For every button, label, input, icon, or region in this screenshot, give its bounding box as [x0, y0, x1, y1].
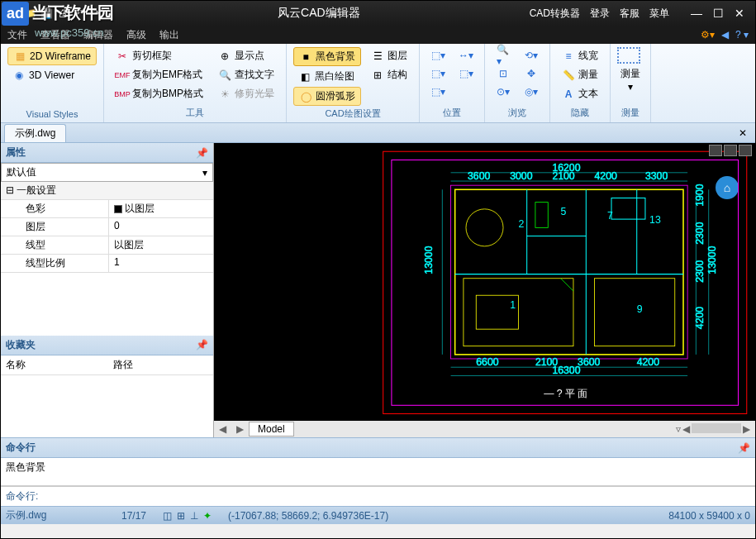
snap-icon[interactable]: ◫ — [163, 510, 172, 522]
copy-bmp-button[interactable]: BMP复制为BMP格式 — [111, 85, 208, 103]
bw-draw-button[interactable]: ◧黑白绘图 — [293, 68, 361, 85]
pos-5[interactable]: ⬚▾ — [454, 65, 478, 82]
measure-big-button[interactable]: 测量 ▾ — [617, 47, 644, 105]
lineweight-button[interactable]: ≡线宽 — [557, 47, 603, 64]
pos-4[interactable]: ↔▾ — [454, 47, 478, 64]
collapse-icon: ⊟ — [6, 184, 17, 196]
properties-header: 属性 📌 — [1, 143, 213, 163]
print-icon[interactable]: 🖨 — [55, 6, 70, 21]
pos-3[interactable]: ⬚▾ — [426, 83, 449, 100]
general-group[interactable]: ⊟ 一般设置 — [1, 182, 213, 200]
save-icon[interactable]: 💾 — [39, 6, 54, 21]
copy-emf-button[interactable]: EMF复制为EMF格式 — [111, 66, 208, 83]
browse-3[interactable]: ⊙▾ — [492, 83, 515, 100]
new-icon[interactable]: 📄 — [6, 6, 21, 21]
command-input[interactable] — [43, 487, 755, 506]
pin-icon[interactable]: 📌 — [196, 339, 208, 351]
pos-icon-4: ↔▾ — [459, 49, 473, 62]
structure-button[interactable]: ⊞结构 — [366, 66, 412, 83]
canvas-max-icon[interactable] — [724, 145, 737, 156]
scroll-track[interactable] — [692, 423, 741, 433]
tab-prev-icon[interactable]: ◀ — [214, 423, 231, 435]
prop-ltscale-value[interactable]: 1 — [108, 255, 213, 272]
favorites-title: 收藏夹 — [6, 338, 36, 352]
svg-text:1900: 1900 — [694, 184, 706, 206]
svg-text:4200: 4200 — [694, 307, 706, 329]
viewer-3d-button[interactable]: ◉ 3D Viewer — [7, 67, 97, 83]
prop-layer-value[interactable]: 0 — [108, 218, 213, 236]
hide-label: 隐藏 — [557, 105, 603, 119]
prop-color-value[interactable]: 以图层 — [108, 200, 213, 217]
canvas-close-icon[interactable] — [739, 145, 752, 156]
smooth-arc-button[interactable]: ◯圆滑弧形 — [293, 87, 361, 106]
find-text-button[interactable]: 🔍查找文字 — [213, 66, 279, 83]
prop-linetype-value[interactable]: 以图层 — [108, 236, 213, 254]
prop-row-layer[interactable]: 图层 0 — [1, 218, 213, 236]
canvas-min-icon[interactable] — [709, 145, 722, 156]
clip-frame-button[interactable]: ✂剪切框架 — [111, 47, 208, 64]
open-icon[interactable]: 📁 — [22, 6, 37, 21]
text-button[interactable]: A文本 — [557, 85, 603, 103]
settings-icon[interactable]: ⚙▾ — [701, 29, 715, 41]
model-tab[interactable]: Model — [249, 422, 294, 436]
help-icon[interactable]: ? ▾ — [735, 29, 749, 41]
tab-close-icon[interactable]: ✕ — [734, 127, 752, 139]
layers-button[interactable]: ☰图层 — [366, 47, 412, 64]
menu-link[interactable]: 菜单 — [649, 7, 669, 21]
fav-col-name[interactable]: 名称 — [1, 355, 108, 374]
redo-icon[interactable]: ↷ — [88, 6, 103, 21]
close-button[interactable]: ✕ — [730, 5, 749, 21]
browse-6[interactable]: ◎▾ — [520, 83, 543, 100]
menu-editor[interactable]: 编辑器 — [83, 28, 113, 42]
login-link[interactable]: 登录 — [590, 7, 610, 21]
scroll-down-icon[interactable]: ▿ — [676, 423, 681, 435]
undo-icon[interactable]: ↶ — [72, 6, 87, 21]
fit-icon: ⊡ — [497, 67, 510, 80]
svg-text:4200: 4200 — [595, 170, 617, 182]
titlebar: 📄 📁 💾 🖨 ↶ ↷ 风云CAD编辑器 CAD转换器 登录 客服 菜单 — ☐… — [1, 1, 755, 26]
browse-4[interactable]: ⟲▾ — [520, 47, 543, 64]
svg-point-20 — [466, 209, 503, 246]
trim-halo-button[interactable]: ☀修剪光晕 — [213, 85, 279, 103]
prop-row-linetype[interactable]: 线型 以图层 — [1, 236, 213, 255]
browse-5[interactable]: ✥ — [520, 65, 543, 82]
svg-text:— ? 平 面: — ? 平 面 — [544, 388, 587, 399]
scroll-left-icon[interactable]: ◀ — [682, 423, 690, 435]
menu-output[interactable]: 输出 — [159, 28, 179, 42]
show-point-button[interactable]: ⊕显示点 — [213, 47, 279, 64]
minimize-button[interactable]: — — [687, 5, 706, 21]
fav-col-path[interactable]: 路径 — [108, 355, 138, 374]
document-tab[interactable]: 示例.dwg — [4, 124, 66, 142]
canvas[interactable]: ⌂ 16200 3600 3000 2100 4200 3300 — [214, 143, 755, 437]
expand-icon[interactable]: ◀ — [721, 29, 729, 41]
menu-viewer[interactable]: 查看器 — [40, 28, 70, 42]
tab-next-icon[interactable]: ▶ — [231, 423, 249, 435]
pin-icon[interactable]: 📌 — [738, 442, 750, 454]
browse-2[interactable]: ⊡ — [492, 65, 515, 82]
svg-rect-11 — [451, 185, 688, 359]
pos-2[interactable]: ⬚▾ — [426, 65, 449, 82]
support-link[interactable]: 客服 — [620, 7, 640, 21]
menu-advanced[interactable]: 高级 — [126, 28, 146, 42]
browse-1[interactable]: 🔍▾ — [492, 47, 515, 64]
viewer-3d-label: 3D Viewer — [29, 69, 74, 81]
prop-row-color[interactable]: 色彩 以图层 — [1, 200, 213, 218]
svg-text:13000: 13000 — [423, 246, 435, 274]
pos-1[interactable]: ⬚▾ — [426, 47, 449, 64]
maximize-button[interactable]: ☐ — [709, 5, 727, 21]
ortho-icon[interactable]: ⊥ — [190, 510, 198, 522]
visual-styles-label: Visual Styles — [7, 107, 97, 119]
cad-converter-link[interactable]: CAD转换器 — [530, 7, 580, 21]
polar-icon[interactable]: ✦ — [203, 510, 212, 522]
grid-icon[interactable]: ⊞ — [177, 510, 185, 522]
command-header: 命令行 📌 — [1, 438, 755, 458]
scroll-right-icon[interactable]: ▶ — [743, 423, 750, 435]
pin-icon[interactable]: 📌 — [196, 147, 208, 159]
wireframe-button[interactable]: ▦ 2D Wireframe — [7, 47, 97, 65]
measure-box-icon — [617, 47, 640, 64]
menu-file[interactable]: 文件 — [7, 28, 27, 42]
prop-row-ltscale[interactable]: 线型比例 1 — [1, 255, 213, 273]
black-bg-button[interactable]: ■黑色背景 — [293, 47, 361, 66]
properties-dropdown[interactable]: 默认值 ▾ — [1, 163, 213, 182]
measure-button[interactable]: 📏测量 — [557, 66, 603, 83]
